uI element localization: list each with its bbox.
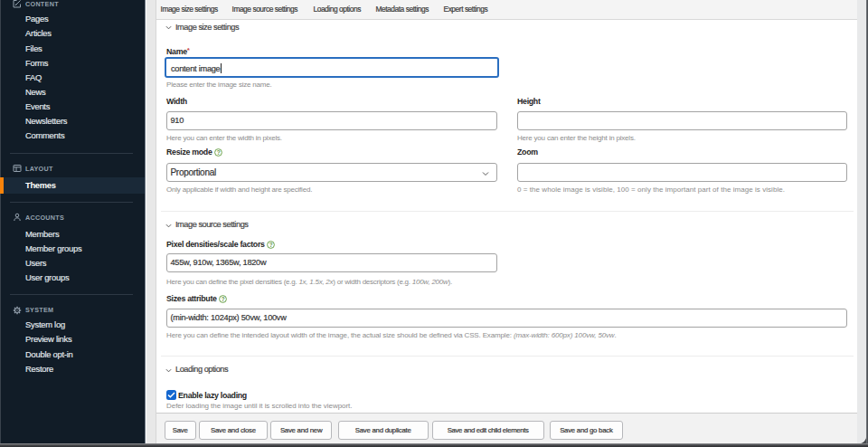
svg-text:?: ? xyxy=(269,242,273,248)
svg-text:?: ? xyxy=(216,149,220,156)
svg-text:?: ? xyxy=(221,296,224,302)
